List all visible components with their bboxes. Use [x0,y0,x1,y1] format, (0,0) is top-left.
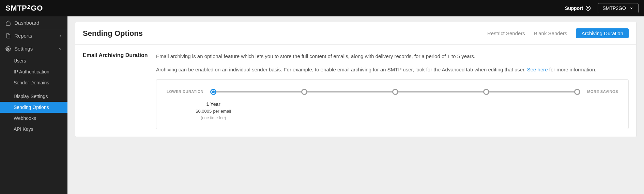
topbar: SMTP2GO Support SMTP2GO [0,0,644,16]
gear-icon [5,46,11,52]
sidebar-item-users[interactable]: Users [0,55,67,66]
description-paragraph-1: Email archiving is an optional feature w… [156,52,629,60]
svg-line-4 [588,6,589,8]
topbar-right: Support SMTP2GO [565,3,639,13]
slider-value-row: LOWER DURATION 1 Year $0.0005 per email … [167,95,618,121]
slider-track[interactable] [210,88,580,95]
slider-value-sub: $0.0005 per email [193,108,234,115]
svg-line-3 [588,9,589,10]
document-icon [5,33,11,39]
svg-point-6 [7,48,9,50]
see-here-link[interactable]: See here [527,67,548,72]
sidebar-item-label: Webhooks [14,115,36,121]
tab-archiving-duration[interactable]: Archiving Duration [576,28,629,38]
section-content: Email archiving is an optional feature w… [156,52,629,129]
chevron-right-icon [59,34,62,38]
slider-value-title: 1 Year [193,101,234,108]
logo-text-suffix: GO [31,4,43,13]
sidebar-item-label: Settings [14,46,33,52]
account-dropdown[interactable]: SMTP2GO [598,3,639,13]
slider-value-slot-2 [301,97,307,121]
tab-restrict-senders[interactable]: Restrict Senders [487,30,525,36]
lifebuoy-icon [585,5,591,11]
sidebar-item-label: Reports [14,33,32,39]
sidebar-item-dashboard[interactable]: Dashboard [0,16,67,29]
slider-left-label: LOWER DURATION [167,89,203,95]
support-label: Support [565,5,583,11]
panel-header: Sending Options Restrict Senders Blank S… [75,22,636,45]
sidebar-item-label: Sending Options [14,105,49,110]
slider-value-slot-4 [483,97,489,121]
slider-stop-5[interactable] [574,89,580,95]
slider-right-label: MORE SAVINGS [587,89,618,95]
logo-text-mid: 2 [27,4,30,10]
layout: Dashboard Reports Settings Users IP Auth… [0,16,644,194]
description-paragraph-2: Archiving can be enabled on an individua… [156,66,629,73]
logo[interactable]: SMTP2GO [5,4,43,13]
home-icon [5,20,11,26]
panel: Sending Options Restrict Senders Blank S… [75,22,637,137]
slider-value-note: (one time fee) [193,115,234,121]
svg-line-2 [586,6,587,8]
tabs: Restrict Senders Blank Senders Archiving… [487,28,629,38]
sidebar-item-label: IP Authentication [14,69,49,74]
sidebar-item-display-settings[interactable]: Display Settings [0,91,67,102]
sidebar-item-sending-options[interactable]: Sending Options [0,102,67,113]
sidebar: Dashboard Reports Settings Users IP Auth… [0,16,67,194]
slider-row: LOWER DURATION MORE SAVINGS [167,88,618,95]
slider-value-slot-3 [392,97,398,121]
sidebar-item-sender-domains[interactable]: Sender Domains [0,77,67,88]
slider-value-slot-1: 1 Year $0.0005 per email (one time fee) [210,97,216,121]
sidebar-item-api-keys[interactable]: API Keys [0,124,67,135]
slider-value-slot-5 [574,97,580,121]
account-label: SMTP2GO [603,5,626,11]
sidebar-item-webhooks[interactable]: Webhooks [0,113,67,124]
svg-line-5 [586,9,587,10]
logo-text-prefix: SMTP [5,4,27,13]
sidebar-item-label: Display Settings [14,94,48,99]
slider-stop-4[interactable] [483,89,489,95]
main: Sending Options Restrict Senders Blank S… [67,16,644,194]
sidebar-item-label: Users [14,58,26,64]
section-title: Email Archiving Duration [83,52,149,129]
sidebar-divider [0,88,67,91]
support-link[interactable]: Support [565,5,591,11]
panel-body: Email Archiving Duration Email archiving… [75,45,636,137]
sidebar-item-label: API Keys [14,126,33,132]
sidebar-item-ip-authentication[interactable]: IP Authentication [0,66,67,77]
sidebar-item-label: Dashboard [14,20,39,26]
description-text-a: Archiving can be enabled on an individua… [156,67,527,72]
description-text-b: for more information. [548,67,597,72]
sidebar-item-reports[interactable]: Reports [0,29,67,42]
slider-value-track: 1 Year $0.0005 per email (one time fee) [210,97,580,121]
chevron-down-icon [59,47,62,51]
page-title: Sending Options [83,29,143,38]
slider-stop-2[interactable] [301,89,307,95]
chevron-down-icon [629,6,633,10]
slider-selected-value: 1 Year $0.0005 per email (one time fee) [193,101,234,121]
duration-slider-card: LOWER DURATION MORE SAVINGS [156,79,629,129]
tab-blank-senders[interactable]: Blank Senders [534,30,567,36]
slider-stop-1[interactable] [210,89,216,95]
sidebar-item-label: Sender Domains [14,80,49,85]
slider-stop-3[interactable] [392,89,398,95]
sidebar-item-settings[interactable]: Settings [0,42,67,55]
